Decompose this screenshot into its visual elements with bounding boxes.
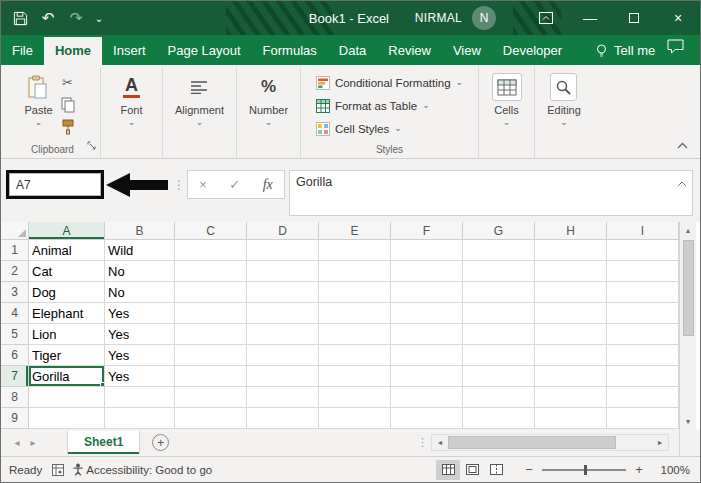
cell-I3[interactable] (607, 282, 679, 303)
cell-B6[interactable]: Yes (105, 345, 175, 366)
insert-function-button[interactable]: fx (263, 177, 273, 193)
cell-B1[interactable]: Wild (105, 240, 175, 261)
cell-G5[interactable] (463, 324, 535, 345)
cell-G8[interactable] (463, 387, 535, 408)
cell-B3[interactable]: No (105, 282, 175, 303)
cell-G9[interactable] (463, 408, 535, 429)
cell-H2[interactable] (535, 261, 607, 282)
row-header-9[interactable]: 9 (1, 408, 29, 429)
column-header-C[interactable]: C (175, 222, 247, 240)
comments-button[interactable] (667, 39, 684, 65)
cell-E9[interactable] (319, 408, 391, 429)
conditional-formatting-button[interactable]: Conditional Formatting ⌄ (313, 72, 466, 93)
formula-bar-input[interactable]: Gorilla (289, 170, 693, 216)
cell-F7[interactable] (391, 366, 463, 387)
previous-sheet-button[interactable]: ◂ (9, 437, 25, 448)
cell-H1[interactable] (535, 240, 607, 261)
cell-I6[interactable] (607, 345, 679, 366)
tab-insert[interactable]: Insert (102, 37, 157, 65)
cell-F6[interactable] (391, 345, 463, 366)
cell-D8[interactable] (247, 387, 319, 408)
cell-E8[interactable] (319, 387, 391, 408)
accessibility-checker-button[interactable]: Accessibility: Good to go (72, 463, 212, 476)
cell-I7[interactable] (607, 366, 679, 387)
record-macro-button[interactable] (52, 464, 64, 476)
row-header-2[interactable]: 2 (1, 261, 29, 282)
cell-E1[interactable] (319, 240, 391, 261)
cell-G3[interactable] (463, 282, 535, 303)
avatar[interactable]: N (472, 6, 496, 30)
clipboard-dialog-launcher[interactable] (87, 136, 96, 154)
cell-A4[interactable]: Elephant (29, 303, 105, 324)
collapse-ribbon-button[interactable] (677, 135, 688, 153)
cell-E5[interactable] (319, 324, 391, 345)
cell-G2[interactable] (463, 261, 535, 282)
save-button[interactable] (7, 5, 33, 31)
redo-button[interactable]: ↷ (63, 5, 89, 31)
cell-H7[interactable] (535, 366, 607, 387)
customize-qat-button[interactable]: ⌄ (91, 5, 107, 31)
cell-A1[interactable]: Animal (29, 240, 105, 261)
cell-A9[interactable] (29, 408, 105, 429)
undo-button[interactable]: ↶ (35, 5, 61, 31)
font-menu-button[interactable]: A Font ⌄ (120, 67, 142, 158)
collapse-formula-bar-button[interactable] (677, 176, 687, 190)
row-header-7[interactable]: 7 (1, 366, 29, 387)
format-painter-button[interactable] (57, 118, 79, 135)
cancel-entry-button[interactable]: × (199, 177, 207, 192)
row-header-3[interactable]: 3 (1, 282, 29, 303)
format-as-table-button[interactable]: Format as Table ⌄ (313, 95, 433, 116)
cell-F8[interactable] (391, 387, 463, 408)
vertical-scrollbar-thumb[interactable] (683, 240, 694, 336)
cell-D6[interactable] (247, 345, 319, 366)
tab-page-layout[interactable]: Page Layout (157, 37, 252, 65)
cell-E4[interactable] (319, 303, 391, 324)
vertical-scrollbar[interactable]: ▴ ▾ (679, 222, 696, 429)
cell-B5[interactable]: Yes (105, 324, 175, 345)
cell-D7[interactable] (247, 366, 319, 387)
cell-I8[interactable] (607, 387, 679, 408)
cell-E3[interactable] (319, 282, 391, 303)
cell-H5[interactable] (535, 324, 607, 345)
close-button[interactable]: × (656, 1, 700, 35)
cell-H4[interactable] (535, 303, 607, 324)
horizontal-scrollbar-thumb[interactable] (448, 436, 616, 449)
cell-I5[interactable] (607, 324, 679, 345)
cell-I4[interactable] (607, 303, 679, 324)
cell-A5[interactable]: Lion (29, 324, 105, 345)
cell-I1[interactable] (607, 240, 679, 261)
editing-menu-button[interactable]: Editing ⌄ (547, 67, 581, 158)
page-layout-view-button[interactable] (460, 460, 484, 480)
cell-styles-button[interactable]: Cell Styles ⌄ (313, 118, 405, 139)
cell-F9[interactable] (391, 408, 463, 429)
column-header-F[interactable]: F (391, 222, 463, 240)
cut-button[interactable]: ✂ (57, 74, 79, 91)
column-header-D[interactable]: D (247, 222, 319, 240)
cells-menu-button[interactable]: Cells ⌄ (492, 67, 522, 158)
tab-file[interactable]: File (1, 37, 44, 65)
cell-E6[interactable] (319, 345, 391, 366)
row-header-5[interactable]: 5 (1, 324, 29, 345)
cell-G6[interactable] (463, 345, 535, 366)
alignment-menu-button[interactable]: Alignment ⌄ (175, 67, 224, 158)
cell-E7[interactable] (319, 366, 391, 387)
tab-formulas[interactable]: Formulas (252, 37, 328, 65)
cell-B4[interactable]: Yes (105, 303, 175, 324)
fill-handle[interactable] (100, 382, 105, 387)
select-all-button[interactable] (1, 222, 29, 240)
enter-entry-button[interactable]: ✓ (229, 177, 240, 192)
cell-F3[interactable] (391, 282, 463, 303)
tell-me-box[interactable]: Tell me (595, 43, 655, 65)
row-header-8[interactable]: 8 (1, 387, 29, 408)
cell-B2[interactable]: No (105, 261, 175, 282)
horizontal-scrollbar[interactable]: ◂ ▸ (431, 434, 669, 451)
column-header-A[interactable]: A (29, 222, 105, 240)
zoom-in-button[interactable]: + (630, 462, 648, 477)
zoom-slider-thumb[interactable] (584, 465, 587, 475)
scroll-down-button[interactable]: ▾ (680, 413, 696, 429)
copy-button[interactable] (57, 96, 79, 113)
cell-D1[interactable] (247, 240, 319, 261)
maximize-button[interactable] (612, 1, 656, 35)
cell-A2[interactable]: Cat (29, 261, 105, 282)
tab-home[interactable]: Home (44, 37, 102, 65)
